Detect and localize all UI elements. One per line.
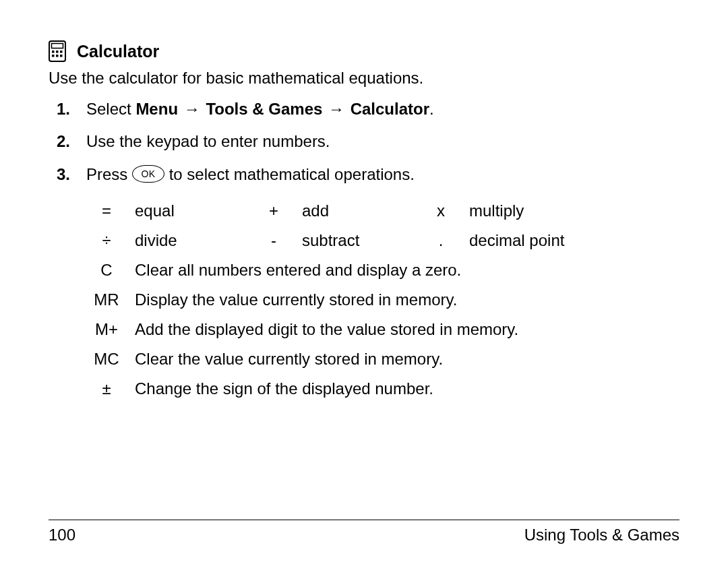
op-symbol: M+ xyxy=(86,315,135,344)
step-1-pre: Select xyxy=(86,100,135,118)
ok-key-icon: OK xyxy=(132,165,164,183)
step-1: Select Menu → Tools & Games → Calculator… xyxy=(49,98,679,120)
step-3-pre: Press xyxy=(86,165,132,183)
op-label: divide xyxy=(135,226,253,255)
arrow-icon: → xyxy=(327,98,346,120)
calculator-label: Calculator xyxy=(351,100,429,118)
op-description: Display the value currently stored in me… xyxy=(135,285,564,315)
op-label: multiply xyxy=(469,196,564,226)
op-description: Clear all numbers entered and display a … xyxy=(135,255,564,285)
section-heading: Calculator xyxy=(77,42,159,61)
calculator-icon xyxy=(49,40,66,62)
table-row: C Clear all numbers entered and display … xyxy=(86,255,564,285)
step-3: Press OK to select mathematical operatio… xyxy=(49,164,679,185)
svg-rect-1 xyxy=(52,44,63,49)
svg-rect-3 xyxy=(56,51,59,53)
op-symbol: MR xyxy=(86,285,135,315)
footer-section: Using Tools & Games xyxy=(524,526,679,544)
footer-rule xyxy=(49,520,679,520)
op-description: Change the sign of the displayed number. xyxy=(135,374,564,404)
op-label: subtract xyxy=(302,226,421,255)
operations-table: = equal + add x multiply ÷ divide - subt… xyxy=(86,196,564,404)
op-symbol: C xyxy=(86,255,135,285)
svg-rect-6 xyxy=(56,55,59,57)
op-symbol: + xyxy=(253,196,302,226)
tools-games-label: Tools & Games xyxy=(206,100,322,118)
op-symbol: x xyxy=(421,196,469,226)
step-1-post: . xyxy=(429,100,434,118)
step-3-post: to select mathematical operations. xyxy=(164,165,415,183)
op-label: add xyxy=(302,196,421,226)
op-symbol: . xyxy=(421,226,469,255)
op-label: decimal point xyxy=(469,226,564,255)
steps-list: Select Menu → Tools & Games → Calculator… xyxy=(49,98,679,185)
op-symbol: - xyxy=(253,226,302,255)
section-heading-row: Calculator xyxy=(49,40,679,62)
svg-rect-5 xyxy=(52,55,55,57)
table-row: = equal + add x multiply xyxy=(86,196,564,226)
arrow-icon: → xyxy=(183,98,202,120)
table-row: ± Change the sign of the displayed numbe… xyxy=(86,374,564,404)
op-label: equal xyxy=(135,196,253,226)
svg-rect-7 xyxy=(60,55,63,57)
op-symbol: ± xyxy=(86,374,135,404)
intro-text: Use the calculator for basic mathematica… xyxy=(49,69,679,88)
step-2: Use the keypad to enter numbers. xyxy=(49,131,679,152)
table-row: MC Clear the value currently stored in m… xyxy=(86,344,564,374)
op-description: Add the displayed digit to the value sto… xyxy=(135,315,564,344)
table-row: M+ Add the displayed digit to the value … xyxy=(86,315,564,344)
op-symbol: MC xyxy=(86,344,135,374)
menu-label: Menu xyxy=(135,100,178,118)
table-row: ÷ divide - subtract . decimal point xyxy=(86,226,564,255)
page-footer: 100 Using Tools & Games xyxy=(49,526,679,544)
page-number: 100 xyxy=(49,526,75,544)
op-symbol: ÷ xyxy=(86,226,135,255)
svg-rect-4 xyxy=(60,51,63,53)
op-description: Clear the value currently stored in memo… xyxy=(135,344,564,374)
svg-rect-2 xyxy=(52,51,55,53)
table-row: MR Display the value currently stored in… xyxy=(86,285,564,315)
op-symbol: = xyxy=(86,196,135,226)
